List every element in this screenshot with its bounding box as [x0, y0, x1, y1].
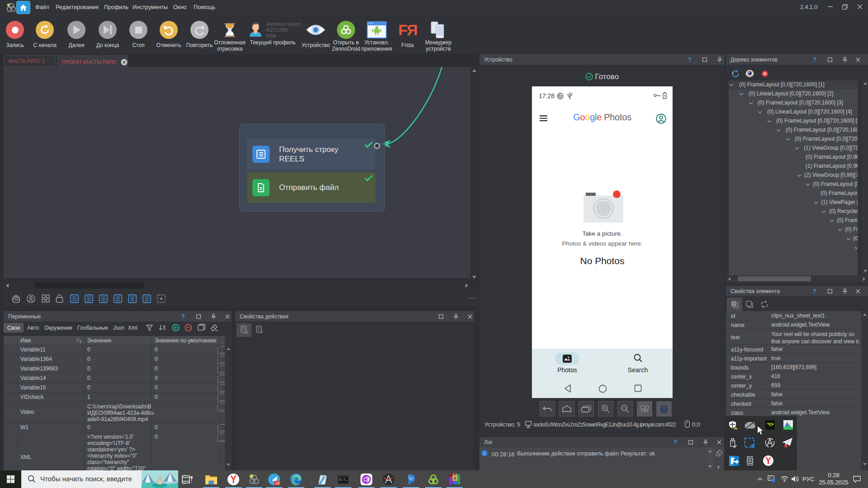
svg-text:C:\_: C:\_	[339, 478, 348, 482]
svg-text:i: i	[484, 451, 485, 456]
svg-text:.33: .33	[275, 481, 280, 485]
